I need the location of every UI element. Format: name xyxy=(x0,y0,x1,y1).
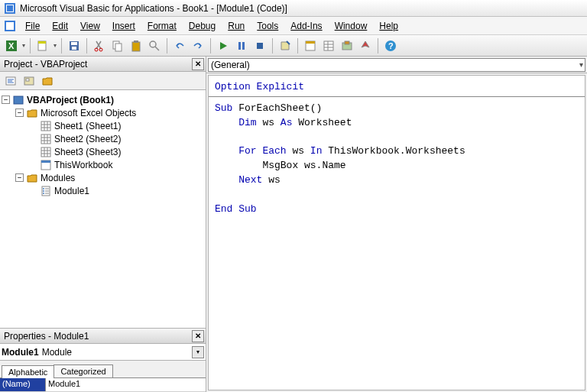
workbook-icon xyxy=(40,159,52,171)
menu-run[interactable]: Run xyxy=(222,18,251,34)
main-toolbar: X ▾ ▾ ? xyxy=(0,35,587,57)
svg-rect-17 xyxy=(134,40,138,43)
tab-categorized[interactable]: Categorized xyxy=(54,364,112,377)
project-explorer-icon[interactable] xyxy=(303,38,318,53)
menu-insert[interactable]: Insert xyxy=(106,18,141,34)
module-icon xyxy=(40,185,52,197)
worksheet-icon xyxy=(40,146,52,158)
tree-project-root[interactable]: − VBAProject (Book1) xyxy=(2,93,204,106)
menu-window[interactable]: Window xyxy=(329,18,374,34)
tree-folder-excel-objects[interactable]: − Microsoft Excel Objects xyxy=(2,106,204,119)
folder-icon xyxy=(26,107,38,119)
project-tree: − VBAProject (Book1) − Microsoft Excel O… xyxy=(0,90,206,329)
break-icon[interactable] xyxy=(234,38,249,53)
worksheet-icon xyxy=(40,133,52,145)
code-editor[interactable]: Option Explicit Sub ForEachSheet() Dim w… xyxy=(208,75,585,390)
menu-tools[interactable]: Tools xyxy=(251,18,284,34)
svg-rect-2 xyxy=(7,5,13,11)
save-icon[interactable] xyxy=(66,38,82,53)
tree-module1[interactable]: Module1 xyxy=(2,184,204,197)
properties-panel: Properties - Module1 ✕ Module1 Module ▾ … xyxy=(0,329,206,392)
view-object-icon[interactable] xyxy=(21,73,37,89)
dropdown-arrow-icon[interactable]: ▾ xyxy=(54,42,57,49)
svg-rect-8 xyxy=(38,41,46,44)
menu-file[interactable]: File xyxy=(19,18,46,34)
project-icon xyxy=(12,94,24,106)
svg-point-18 xyxy=(150,41,156,47)
tree-thisworkbook[interactable]: ThisWorkbook xyxy=(2,158,204,171)
menu-debug[interactable]: Debug xyxy=(183,18,222,34)
svg-rect-38 xyxy=(26,79,29,81)
run-icon[interactable] xyxy=(216,38,231,53)
worksheet-icon xyxy=(40,120,52,132)
menu-help[interactable]: Help xyxy=(373,18,404,34)
tree-sheet2[interactable]: Sheet2 (Sheet2) xyxy=(2,132,204,145)
property-key: (Name) xyxy=(0,378,46,391)
svg-rect-56 xyxy=(41,160,50,163)
menu-view[interactable]: View xyxy=(74,18,106,34)
undo-icon[interactable] xyxy=(172,38,187,53)
svg-rect-21 xyxy=(242,42,245,50)
svg-rect-30 xyxy=(345,41,349,44)
svg-rect-45 xyxy=(41,134,50,144)
project-panel-title: Project - VBAProject xyxy=(4,59,87,70)
svg-rect-40 xyxy=(41,121,50,131)
redo-icon[interactable] xyxy=(190,38,206,53)
property-value[interactable]: Module1 xyxy=(46,378,206,391)
insert-module-icon[interactable] xyxy=(35,38,50,53)
project-close-button[interactable]: ✕ xyxy=(192,58,204,70)
property-row-name[interactable]: (Name) Module1 xyxy=(0,378,206,392)
cut-icon[interactable] xyxy=(92,38,107,53)
menu-format[interactable]: Format xyxy=(141,18,183,34)
app-icon xyxy=(4,2,16,15)
find-icon[interactable] xyxy=(147,38,162,53)
system-menu-icon[interactable] xyxy=(4,20,16,32)
title-bar: Microsoft Visual Basic for Applications … xyxy=(0,0,587,17)
svg-rect-50 xyxy=(41,147,50,157)
svg-rect-4 xyxy=(6,22,14,30)
toolbox-icon[interactable] xyxy=(358,38,373,53)
folder-icon xyxy=(26,172,38,184)
properties-icon[interactable] xyxy=(321,38,336,53)
properties-panel-title: Properties - Module1 xyxy=(4,331,89,342)
menu-addins[interactable]: Add-Ins xyxy=(284,18,328,34)
view-code-icon[interactable] xyxy=(3,73,18,89)
object-selector[interactable]: Module1 Module ▾ xyxy=(0,344,206,361)
tab-alphabetic[interactable]: Alphabetic xyxy=(2,365,54,378)
svg-text:?: ? xyxy=(388,41,394,50)
paste-icon[interactable] xyxy=(128,38,144,53)
menu-edit[interactable]: Edit xyxy=(46,18,74,34)
svg-point-60 xyxy=(43,193,44,194)
object-browser-icon[interactable] xyxy=(339,38,355,53)
project-panel-header: Project - VBAProject ✕ xyxy=(0,57,206,72)
svg-rect-15 xyxy=(115,44,122,51)
window-title: Microsoft Visual Basic for Applications … xyxy=(20,3,287,14)
help-icon[interactable]: ? xyxy=(383,38,398,53)
svg-text:X: X xyxy=(8,41,15,50)
svg-rect-24 xyxy=(306,41,315,44)
dropdown-arrow-icon[interactable]: ▾ xyxy=(22,42,25,49)
svg-rect-11 xyxy=(72,47,76,50)
svg-point-59 xyxy=(43,190,44,192)
svg-point-58 xyxy=(43,188,44,190)
toggle-folders-icon[interactable] xyxy=(40,73,55,89)
dropdown-arrow-icon[interactable]: ▾ xyxy=(192,346,204,358)
collapse-icon[interactable]: − xyxy=(15,173,24,182)
svg-rect-22 xyxy=(257,43,263,49)
tree-sheet3[interactable]: Sheet3 (Sheet3) xyxy=(2,145,204,158)
excel-icon[interactable]: X xyxy=(4,38,19,53)
copy-icon[interactable] xyxy=(110,38,125,53)
collapse-icon[interactable]: − xyxy=(2,96,10,104)
properties-panel-header: Properties - Module1 ✕ xyxy=(0,329,206,344)
properties-close-button[interactable]: ✕ xyxy=(192,330,204,342)
reset-icon[interactable] xyxy=(252,38,268,53)
design-mode-icon[interactable] xyxy=(277,38,293,53)
tree-sheet1[interactable]: Sheet1 (Sheet1) xyxy=(2,119,204,132)
collapse-icon[interactable]: − xyxy=(15,109,24,117)
svg-rect-25 xyxy=(324,41,333,50)
svg-rect-10 xyxy=(71,42,77,45)
svg-line-19 xyxy=(155,47,159,50)
project-mini-toolbar xyxy=(0,72,206,90)
object-dropdown[interactable]: (General) xyxy=(208,58,585,72)
tree-folder-modules[interactable]: − Modules xyxy=(2,171,204,184)
